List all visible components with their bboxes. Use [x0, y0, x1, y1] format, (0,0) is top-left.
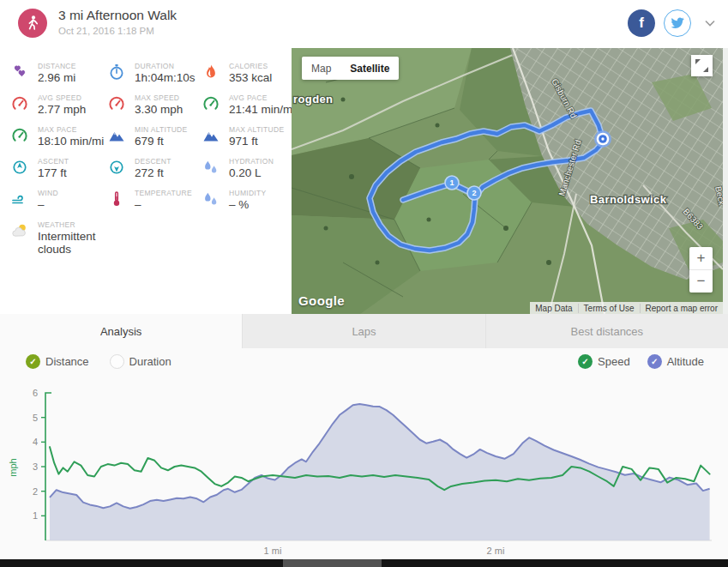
descent-icon — [108, 157, 127, 181]
stat-text: MAX PACE18:10 min/mi — [30, 125, 104, 149]
stat-value: 2.96 mi — [38, 71, 76, 84]
stats-panel: DISTANCE2.96 miDURATION1h:04m:10sCALORIE… — [0, 48, 292, 314]
stat-text: HYDRATION0.20 L — [221, 157, 274, 181]
stat-hydration: HYDRATION0.20 L — [202, 157, 303, 181]
stat-text: TEMPERATURE– — [127, 189, 192, 213]
stat-value: 177 ft — [38, 166, 69, 179]
stat-text: HUMIDITY– % — [221, 189, 266, 213]
control-label: Distance — [45, 355, 89, 368]
stat-text: DURATION1h:04m:10s — [127, 62, 196, 86]
page-title: 3 mi Afternoon Walk — [58, 8, 177, 23]
stat-text: MAX SPEED3.30 mph — [127, 93, 183, 118]
scrollbar-thumb[interactable] — [283, 559, 382, 567]
attribution-link[interactable]: Map Data — [530, 304, 577, 313]
stat-text: MIN ALTITUDE679 ft — [127, 125, 188, 149]
control-label: Speed — [598, 355, 630, 368]
start-finish-marker — [594, 130, 611, 148]
stat-label: AVG SPEED — [38, 93, 86, 102]
walking-activity-icon — [18, 9, 47, 38]
mountain-icon — [202, 125, 221, 149]
stat-value: – % — [229, 198, 266, 211]
map-type-button-map[interactable]: Map — [302, 57, 340, 80]
chart-controls: ✓DistanceDuration ✓Speed✓Altitude — [0, 354, 728, 377]
tab-bar: AnalysisLapsBest distances — [0, 314, 728, 348]
stat-value: 353 kcal — [229, 71, 272, 84]
tab-analysis[interactable]: Analysis — [0, 314, 243, 348]
checked-circle-icon: ✓ — [647, 354, 662, 369]
stat-text: AVG PACE21:41 min/mi — [221, 93, 295, 118]
control-label: Altitude — [667, 355, 704, 368]
stat-label: WIND — [38, 189, 58, 197]
weather-icon — [11, 220, 30, 256]
stat-label: MIN ALTITUDE — [135, 125, 188, 134]
altitude-area — [50, 404, 710, 540]
facebook-share-button[interactable]: f — [628, 9, 655, 37]
y-tick-label: 4 — [33, 437, 38, 447]
stat-label: DISTANCE — [38, 62, 76, 70]
stat-max-altitude: MAX ALTITUDE971 ft — [202, 125, 303, 149]
stat-humidity: HUMIDITY– % — [202, 189, 303, 213]
mile-marker-1: 1 — [445, 176, 459, 190]
attribution-link[interactable]: Report a map error — [640, 304, 723, 313]
stat-value: 272 ft — [135, 166, 171, 179]
google-logo[interactable]: Google — [298, 293, 345, 308]
stat-distance: DISTANCE2.96 mi — [11, 62, 108, 86]
stat-ascent: ASCENT177 ft — [11, 157, 108, 181]
stat-descent: DESCENT272 ft — [108, 157, 202, 181]
activity-date: Oct 21, 2016 1:18 PM — [58, 26, 177, 36]
stopwatch-icon — [108, 62, 127, 86]
stat-value: 21:41 min/mi — [229, 103, 295, 116]
fullscreen-toggle-icon[interactable] — [691, 55, 713, 76]
stat-calories: CALORIES353 kcal — [202, 62, 303, 86]
stat-value: 0.20 L — [229, 166, 274, 179]
stat-label: MAX ALTITUDE — [229, 125, 284, 134]
ascent-icon — [11, 157, 30, 181]
stat-duration: DURATION1h:04m:10s — [108, 62, 202, 86]
satellite-map-canvas: 12 rogdenBarnoldswickGisburn RdMancheste… — [292, 48, 723, 314]
tab-laps[interactable]: Laps — [243, 314, 485, 348]
stat-value: 971 ft — [229, 135, 284, 148]
legend-altitude[interactable]: ✓Altitude — [647, 354, 704, 369]
stat-text: DISTANCE2.96 mi — [30, 62, 76, 86]
mile-marker-2: 2 — [467, 186, 481, 200]
y-tick-label: 1 — [33, 510, 38, 521]
gauge-icon — [11, 93, 30, 118]
stat-label: DESCENT — [135, 157, 171, 166]
zoom-out-button[interactable]: − — [689, 270, 713, 293]
stat-label: AVG PACE — [229, 93, 295, 102]
wind-icon — [11, 189, 30, 213]
map-type-control: MapSatellite — [302, 57, 399, 80]
stat-avg-speed: AVG SPEED2.77 mph — [11, 93, 108, 118]
map[interactable]: 12 rogdenBarnoldswickGisburn RdMancheste… — [292, 48, 723, 314]
stat-value: 1h:04m:10s — [135, 71, 196, 84]
toggle-duration[interactable]: Duration — [110, 354, 171, 369]
toggle-distance[interactable]: ✓Distance — [26, 354, 89, 369]
gauge-icon — [11, 125, 30, 149]
chevron-down-icon[interactable] — [705, 20, 715, 27]
tab-best-distances[interactable]: Best distances — [486, 314, 728, 348]
stat-text: WIND– — [30, 189, 58, 213]
stat-text: CALORIES353 kcal — [221, 62, 272, 86]
stat-label: MAX SPEED — [135, 93, 183, 102]
stat-label: WEATHER — [38, 220, 108, 229]
gauge-icon — [108, 93, 127, 118]
zoom-in-button[interactable]: + — [689, 247, 713, 270]
stat-text: ASCENT177 ft — [30, 157, 69, 181]
x-tick-label: 1 mi — [264, 546, 282, 556]
header: 3 mi Afternoon Walk Oct 21, 2016 1:18 PM… — [0, 0, 728, 49]
legend-speed[interactable]: ✓Speed — [578, 354, 630, 369]
stat-value: 3.30 mph — [135, 103, 183, 116]
stat-value: 18:10 min/mi — [38, 135, 104, 148]
y-tick-label: 3 — [33, 461, 38, 472]
twitter-share-button[interactable] — [664, 9, 691, 37]
stat-value: 679 ft — [135, 135, 188, 148]
map-type-button-satellite[interactable]: Satellite — [340, 57, 399, 80]
thermometer-icon — [108, 189, 127, 213]
y-axis-label: mph — [8, 458, 18, 476]
x-tick-label: 2 mi — [487, 546, 505, 556]
stat-text: DESCENT272 ft — [127, 157, 171, 181]
attribution-link[interactable]: Terms of Use — [578, 304, 640, 313]
checked-circle-icon: ✓ — [578, 354, 593, 369]
flame-icon — [202, 62, 221, 86]
horizontal-scrollbar[interactable] — [0, 559, 728, 567]
